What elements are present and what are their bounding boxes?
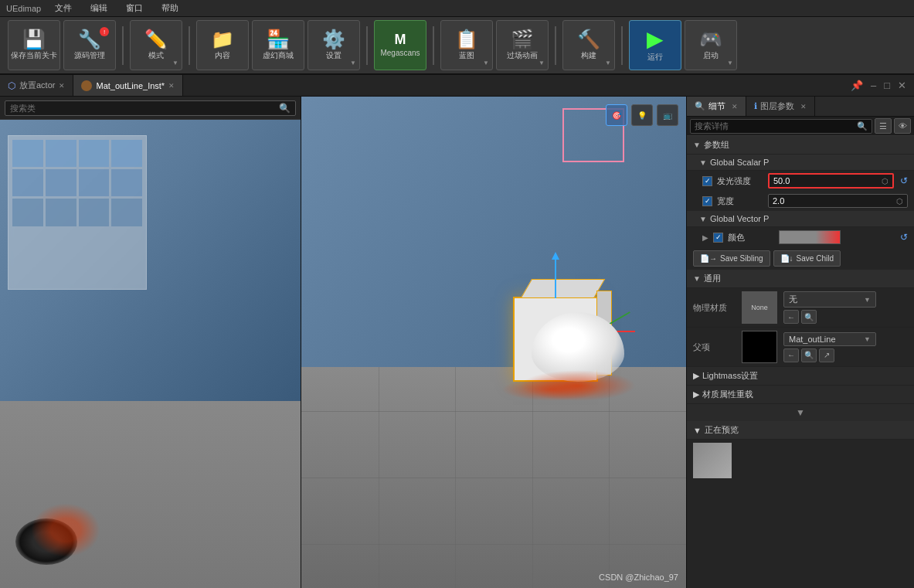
filter-btn[interactable]: 👁	[894, 118, 911, 134]
details-tab-close[interactable]: ✕	[732, 103, 738, 110]
physics-search[interactable]: 🔍	[801, 310, 817, 324]
pin-icon[interactable]: 📌	[848, 80, 866, 91]
details-tab-label: 细节	[708, 100, 725, 112]
left-panel: 🔍	[0, 97, 301, 588]
material-attrs-section[interactable]: ▶ 材质属性重载	[687, 386, 914, 404]
tab-layers[interactable]: ℹ 图层参数 ✕	[746, 97, 815, 116]
details-search-input[interactable]	[695, 121, 855, 131]
settings-button[interactable]: ⚙️ 设置 ▼	[307, 20, 360, 70]
toolbar-sep-5	[555, 26, 556, 65]
width-input[interactable]: 2.0 ⬡	[768, 194, 908, 208]
section-params-group[interactable]: ▼ 参数组	[687, 136, 914, 155]
content-button[interactable]: 📁 内容	[196, 20, 249, 70]
physics-arrow-back[interactable]: ←	[783, 310, 799, 324]
physics-material-dropdown[interactable]: 无 ▼	[783, 291, 876, 308]
parent-row: 父项 Mat_outLine ▼ ← 🔍 ↗	[687, 328, 914, 367]
close-window-icon[interactable]: ✕	[895, 80, 909, 91]
color-swatch[interactable]	[779, 230, 841, 244]
scroll-down-indicator[interactable]: ▼	[687, 404, 914, 421]
viewport-perspective-btn[interactable]: 🎯	[606, 104, 627, 126]
gizmo-y-tip	[552, 252, 559, 260]
app-title: UEdimap	[6, 4, 41, 13]
blueprint-button[interactable]: 📋 蓝图 ▼	[440, 20, 493, 70]
parent-open[interactable]: ↗	[819, 348, 834, 362]
window	[12, 169, 43, 196]
viewport-display-btn[interactable]: 📺	[657, 104, 678, 126]
width-spin[interactable]: ⬡	[896, 197, 903, 206]
parent-search[interactable]: 🔍	[801, 348, 817, 362]
play-button[interactable]: ▶ 运行	[629, 20, 681, 70]
preview-section[interactable]: ▼ 正在预览	[687, 421, 914, 440]
save-level-label: 保存当前关卡	[11, 51, 57, 60]
physics-material-value: 无	[789, 294, 861, 305]
panel-content[interactable]: ▼ 参数组 ▼ Global Scalar P 发光强度 50.0 ⬡ ↺	[687, 136, 914, 588]
source-error-badge: !	[100, 27, 109, 36]
section-global-scalar[interactable]: ▼ Global Scalar P	[687, 155, 914, 171]
window	[12, 140, 43, 167]
launch-dropdown: ▼	[727, 59, 733, 66]
emit-strength-input[interactable]: 50.0 ⬡	[768, 173, 894, 189]
menu-file[interactable]: 文件	[50, 1, 76, 15]
play-label: 运行	[647, 53, 663, 62]
save-level-button[interactable]: 💾 保存当前关卡	[8, 20, 60, 70]
viewport-controls: 🎯 💡 📺	[606, 104, 678, 126]
list-view-btn[interactable]: ☰	[875, 118, 892, 134]
width-checkbox[interactable]	[702, 196, 712, 206]
menu-edit[interactable]: 编辑	[86, 1, 112, 15]
megascans-button[interactable]: M Megascans	[374, 20, 426, 70]
layers-tab-icon: ℹ	[754, 101, 757, 111]
physics-dropdown-arrow: ▼	[864, 296, 871, 304]
tab-material-close[interactable]: ✕	[168, 82, 175, 90]
viewport-bg	[0, 120, 301, 588]
cube-top	[521, 279, 605, 298]
left-viewport[interactable]	[0, 120, 301, 588]
cinematics-button[interactable]: 🎬 过场动画 ▼	[496, 20, 549, 70]
minimize-window-icon[interactable]: –	[868, 80, 879, 91]
mode-button[interactable]: ✏️ 模式 ▼	[130, 20, 182, 70]
save-sibling-button[interactable]: 📄→ Save Sibling	[693, 250, 770, 267]
color-checkbox[interactable]	[713, 233, 723, 243]
color-expand-btn[interactable]: ▶	[702, 233, 708, 242]
parent-arrow-back[interactable]: ←	[783, 348, 799, 362]
global-vector-label: Global Vector P	[710, 214, 769, 223]
color-reset[interactable]: ↺	[900, 232, 908, 243]
launch-button[interactable]: 🎮 启动 ▼	[685, 20, 737, 70]
build-button[interactable]: 🔨 构建 ▼	[562, 20, 615, 70]
emit-strength-checkbox[interactable]	[702, 176, 712, 186]
lightmass-section[interactable]: ▶ Lightmass设置	[687, 367, 914, 386]
launch-icon: 🎮	[699, 30, 722, 49]
emit-strength-spin[interactable]: ⬡	[882, 177, 889, 185]
save-child-button[interactable]: 📄↓ Save Child	[773, 250, 841, 267]
tab-actor-close[interactable]: ✕	[59, 82, 65, 90]
save-sibling-label: Save Sibling	[720, 254, 763, 263]
panel-search-row: 🔍 ☰ 👁	[687, 117, 914, 136]
megascans-icon: M	[395, 32, 406, 46]
menu-window[interactable]: 窗口	[121, 1, 148, 15]
viewport-lit-btn[interactable]: 💡	[631, 104, 653, 126]
section-general[interactable]: ▼ 通用	[687, 270, 914, 288]
global-scalar-label: Global Scalar P	[710, 158, 769, 167]
emit-strength-reset[interactable]: ↺	[900, 175, 908, 186]
section-global-vector[interactable]: ▼ Global Vector P	[687, 211, 914, 227]
floor-line	[301, 411, 686, 412]
toolbar-sep-2	[189, 26, 190, 65]
marketplace-button[interactable]: 🏪 虚幻商城	[252, 20, 304, 70]
menu-help[interactable]: 帮助	[157, 1, 183, 15]
maximize-window-icon[interactable]: □	[881, 80, 893, 91]
source-label: 源码管理	[74, 51, 105, 60]
layers-tab-close[interactable]: ✕	[800, 103, 807, 110]
tab-details[interactable]: 🔍 细节 ✕	[687, 97, 746, 116]
building-windows	[8, 136, 146, 289]
save-buttons-row: 📄→ Save Sibling 📄↓ Save Child	[687, 247, 914, 270]
tab-material[interactable]: Mat_outLine_Inst* ✕	[73, 75, 183, 96]
parent-controls: Mat_outLine ▼ ← 🔍 ↗	[783, 332, 908, 362]
source-control-button[interactable]: 🔧 源码管理 !	[63, 20, 116, 70]
parent-value: Mat_outLine	[789, 335, 861, 344]
search-input[interactable]	[10, 104, 276, 113]
sphere-red-glow	[520, 370, 636, 401]
material-attrs-label: 材质属性重载	[702, 389, 753, 400]
center-viewport[interactable]: 🎯 💡 📺 CSDN @Zhichao_97	[301, 97, 686, 588]
emit-strength-label: 发光强度	[717, 175, 763, 187]
tab-actor[interactable]: ⬡ 放置actor ✕	[0, 75, 73, 96]
parent-dropdown[interactable]: Mat_outLine ▼	[783, 332, 876, 346]
